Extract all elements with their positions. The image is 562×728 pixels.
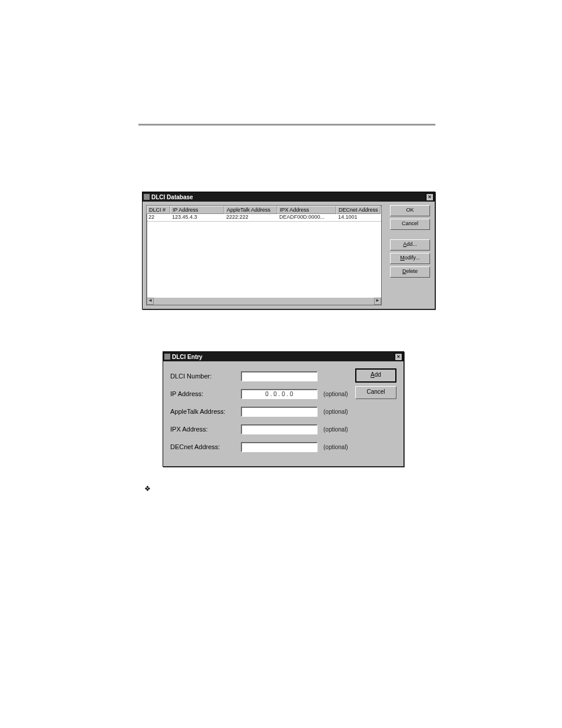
label-dlci-number: DLCI Number:	[170, 373, 241, 380]
titlebar[interactable]: DLCI Database ×	[143, 192, 435, 202]
optional-label: (optional)	[323, 444, 348, 450]
dlci-database-dialog: DLCI Database × DLCI # IP Address AppleT…	[142, 192, 435, 309]
appletalk-address-field[interactable]	[241, 407, 318, 417]
window-title: DLCI Entry	[172, 354, 203, 360]
dlci-list[interactable]: DLCI # IP Address AppleTalk Address IPX …	[146, 205, 382, 305]
ok-button[interactable]: OK	[390, 205, 430, 216]
app-icon	[144, 194, 150, 200]
add-button[interactable]: Add...	[390, 239, 430, 251]
cell-ip: 123.45.4.3	[170, 214, 224, 221]
optional-label: (optional)	[323, 391, 348, 397]
app-icon	[164, 354, 170, 360]
list-header: DLCI # IP Address AppleTalk Address IPX …	[147, 206, 381, 214]
label-ipx-address: IPX Address:	[170, 426, 241, 433]
col-header-ip[interactable]: IP Address	[170, 206, 224, 214]
horizontal-rule	[138, 124, 435, 126]
delete-button[interactable]: Delete	[390, 266, 430, 278]
col-header-dlci[interactable]: DLCI #	[147, 206, 170, 214]
scroll-right-icon[interactable]: ►	[374, 298, 381, 305]
ipx-address-field[interactable]	[241, 424, 318, 434]
close-icon[interactable]: ×	[426, 193, 434, 201]
cancel-button[interactable]: Cancel	[390, 219, 430, 230]
dlci-number-field[interactable]	[241, 371, 318, 381]
modify-button[interactable]: Modify...	[390, 253, 430, 264]
dlci-entry-dialog: DLCI Entry × DLCI Number: IP Address: 0 …	[163, 351, 404, 467]
label-appletalk-address: AppleTalk Address:	[170, 408, 241, 415]
scroll-left-icon[interactable]: ◄	[147, 298, 154, 305]
table-row[interactable]: 22 123.45.4.3 2222:222 DEADF00D:0000... …	[147, 214, 381, 222]
cancel-button[interactable]: Cancel	[355, 386, 396, 399]
optional-label: (optional)	[323, 426, 348, 433]
optional-label: (optional)	[323, 409, 348, 415]
bullet-icon: ❖	[144, 485, 151, 493]
col-header-decnet[interactable]: DECnet Address	[336, 206, 381, 214]
cell-dlci: 22	[147, 214, 170, 221]
titlebar[interactable]: DLCI Entry ×	[163, 352, 404, 361]
cell-ipx: DEADF00D:0000...	[277, 214, 336, 221]
cell-decnet: 14.1001	[336, 214, 381, 221]
window-title: DLCI Database	[151, 194, 193, 200]
decnet-address-field[interactable]	[241, 442, 318, 452]
label-ip-address: IP Address:	[170, 390, 241, 397]
label-decnet-address: DECnet Address:	[170, 443, 241, 450]
col-header-appletalk[interactable]: AppleTalk Address	[224, 206, 277, 214]
cell-appletalk: 2222:222	[224, 214, 277, 221]
col-header-ipx[interactable]: IPX Address	[277, 206, 336, 214]
add-button[interactable]: Add	[355, 368, 396, 383]
ip-address-field[interactable]: 0 . 0 . 0 . 0	[241, 389, 318, 399]
horizontal-scrollbar[interactable]: ◄ ►	[147, 298, 381, 305]
close-icon[interactable]: ×	[395, 353, 402, 361]
